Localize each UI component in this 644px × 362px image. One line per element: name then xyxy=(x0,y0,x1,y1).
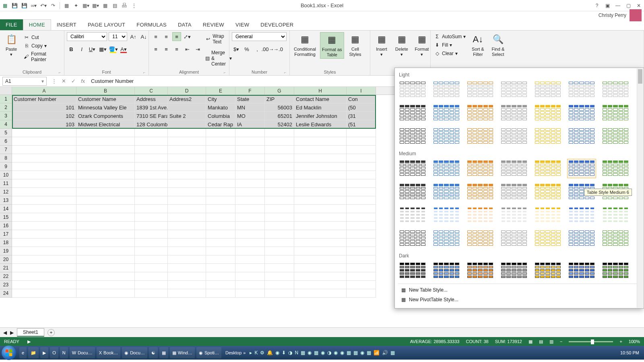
cell[interactable] xyxy=(206,171,235,179)
cell[interactable] xyxy=(235,137,265,146)
table-style-option[interactable] xyxy=(466,159,495,178)
underline-button[interactable]: U▾ xyxy=(88,45,97,53)
cancel-formula-icon[interactable]: ✕ xyxy=(59,78,68,84)
cell[interactable] xyxy=(76,289,135,298)
fill-color-button[interactable]: 🪣▾ xyxy=(109,45,118,53)
cell[interactable] xyxy=(347,196,376,205)
decrease-font-icon[interactable]: A↓ xyxy=(139,32,148,41)
row-header[interactable]: 17 xyxy=(0,230,12,239)
cell[interactable] xyxy=(294,222,347,230)
cell[interactable] xyxy=(294,205,347,213)
table-style-option[interactable] xyxy=(500,159,528,178)
cell[interactable]: 52402 xyxy=(265,120,294,129)
delete-cells-button[interactable]: ▦Delete▾ xyxy=(393,32,411,58)
cell[interactable] xyxy=(235,196,265,205)
cell[interactable] xyxy=(12,171,76,179)
cell[interactable] xyxy=(135,222,168,230)
tab-home[interactable]: HOME xyxy=(23,19,51,30)
cell[interactable] xyxy=(135,230,168,239)
cell[interactable] xyxy=(265,146,294,154)
cell[interactable] xyxy=(347,205,376,213)
table-style-option[interactable] xyxy=(533,182,562,202)
view-normal-icon[interactable]: ▦ xyxy=(528,339,533,344)
decrease-decimal-icon[interactable]: →.0 xyxy=(274,45,283,53)
cell[interactable] xyxy=(235,264,265,272)
wrap-text-button[interactable]: ↩Wrap Text xyxy=(204,33,233,45)
cell[interactable] xyxy=(294,196,347,205)
cell[interactable] xyxy=(294,272,347,281)
cell[interactable] xyxy=(265,255,294,264)
cell[interactable] xyxy=(265,281,294,289)
cell[interactable]: City xyxy=(206,95,235,103)
row-header[interactable]: 15 xyxy=(0,213,12,222)
cell[interactable] xyxy=(135,205,168,213)
table-style-option[interactable] xyxy=(466,206,495,225)
cell[interactable]: Cedar Rap xyxy=(206,120,235,129)
macro-record-icon[interactable]: ▶ xyxy=(27,339,31,344)
taskbar-explorer[interactable]: 📁 xyxy=(28,347,39,358)
table-style-option[interactable] xyxy=(432,229,461,248)
table-style-option[interactable] xyxy=(398,182,427,202)
taskbar-spotify[interactable]: ◉ Spoti… xyxy=(196,347,221,358)
cell[interactable] xyxy=(12,179,76,188)
cell[interactable] xyxy=(12,281,76,289)
cell[interactable]: Contact Name xyxy=(294,95,347,103)
cell[interactable] xyxy=(206,154,235,162)
save-icon[interactable]: 💾 xyxy=(11,2,18,9)
cell[interactable] xyxy=(135,137,168,146)
cell[interactable] xyxy=(135,247,168,255)
table-style-option[interactable] xyxy=(567,206,596,225)
cell[interactable] xyxy=(235,146,265,154)
decrease-indent-icon[interactable]: ⇤ xyxy=(183,45,192,53)
cell[interactable] xyxy=(168,255,206,264)
cell[interactable] xyxy=(168,205,206,213)
cell[interactable] xyxy=(347,188,376,196)
cell[interactable] xyxy=(206,272,235,281)
cell[interactable] xyxy=(135,239,168,247)
cell[interactable] xyxy=(206,137,235,146)
table-style-option[interactable] xyxy=(533,261,562,280)
format-cells-button[interactable]: ▦Format▾ xyxy=(413,32,431,58)
cell[interactable] xyxy=(12,289,76,298)
row-header[interactable]: 7 xyxy=(0,146,12,154)
cell[interactable]: Ed Macklin xyxy=(294,103,347,112)
cell[interactable] xyxy=(168,188,206,196)
cell[interactable] xyxy=(265,129,294,137)
number-format-combo[interactable]: General xyxy=(232,32,287,41)
cell[interactable] xyxy=(294,188,347,196)
table-style-option[interactable] xyxy=(601,206,630,225)
taskbar-chrome[interactable]: ◉ Docu… xyxy=(122,347,147,358)
column-header[interactable]: G xyxy=(265,87,294,95)
autosum-button[interactable]: ΣAutoSum ▾ xyxy=(433,33,466,40)
cell[interactable] xyxy=(12,213,76,222)
cell[interactable] xyxy=(168,171,206,179)
table-style-option[interactable] xyxy=(398,103,427,123)
undo-icon[interactable]: ↶▾ xyxy=(40,2,47,9)
cell[interactable] xyxy=(76,179,135,188)
cell[interactable] xyxy=(347,146,376,154)
table-style-option[interactable] xyxy=(466,103,495,123)
cell[interactable] xyxy=(135,272,168,281)
cell[interactable] xyxy=(294,289,347,298)
new-pivottable-style-button[interactable]: ▦New PivotTable Style... xyxy=(400,296,640,303)
cell[interactable] xyxy=(347,154,376,162)
column-header[interactable]: H xyxy=(294,87,347,95)
taskbar-desktop[interactable]: Desktop » xyxy=(223,347,248,358)
cell[interactable] xyxy=(235,171,265,179)
user-avatar[interactable] xyxy=(630,9,642,21)
fx-icon[interactable]: fx xyxy=(78,78,88,84)
cell[interactable] xyxy=(12,272,76,281)
cell[interactable] xyxy=(168,103,206,112)
taskbar-app2[interactable]: ▦ xyxy=(159,347,168,358)
close-icon[interactable]: ✕ xyxy=(635,2,642,9)
cell[interactable] xyxy=(206,239,235,247)
cell[interactable] xyxy=(206,264,235,272)
cell[interactable] xyxy=(135,264,168,272)
cell[interactable] xyxy=(168,146,206,154)
row-header[interactable]: 4 xyxy=(0,120,12,129)
sheet-tab[interactable]: Sheet1 xyxy=(17,328,44,337)
cell[interactable] xyxy=(347,213,376,222)
cell[interactable]: Customer Number xyxy=(12,95,76,103)
cell[interactable] xyxy=(168,154,206,162)
row-header[interactable]: 1 xyxy=(0,95,12,103)
